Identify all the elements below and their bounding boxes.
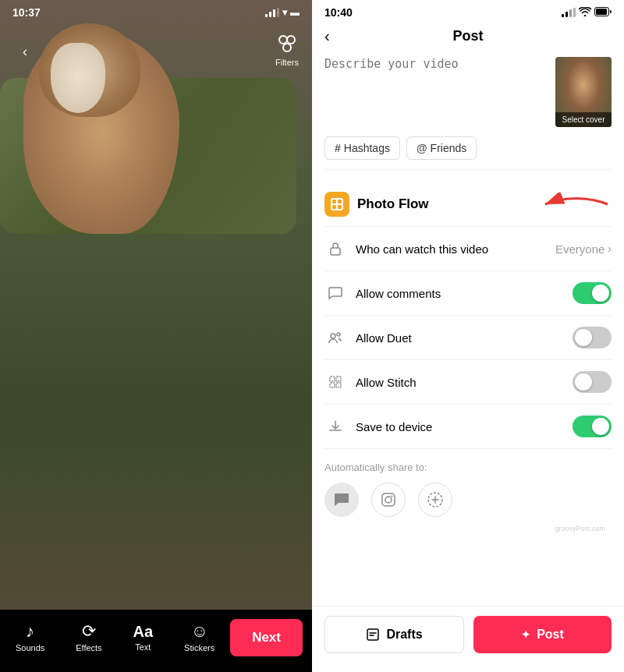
hashtag-prefix: # <box>335 142 341 154</box>
allow-comments-toggle[interactable] <box>573 282 612 304</box>
auto-share-section: Automatically share to: <box>324 449 612 523</box>
red-arrow <box>534 193 612 216</box>
svg-point-19 <box>385 497 392 503</box>
drafts-button[interactable]: Drafts <box>324 616 464 653</box>
dog-white-patch <box>51 43 105 113</box>
r-signal-bar-2 <box>566 12 568 17</box>
svg-rect-14 <box>330 377 335 381</box>
video-background: ‹ Filters <box>0 0 312 672</box>
r-signal-bar-1 <box>562 14 564 17</box>
signal-bar-3 <box>273 9 275 17</box>
allow-comments-label: Allow comments <box>356 287 573 300</box>
left-panel: 10:37 ▾ ▬ ‹ Filters <box>0 0 312 672</box>
post-title: Post <box>452 28 483 44</box>
svg-rect-16 <box>330 383 335 387</box>
who-can-watch-chevron: › <box>608 242 612 255</box>
svg-rect-4 <box>596 9 607 15</box>
signal-icon <box>265 8 279 17</box>
right-status-bar: 10:40 <box>312 0 624 22</box>
left-status-bar: 10:37 ▾ ▬ <box>0 0 312 22</box>
toggle-knob <box>575 373 592 391</box>
sounds-icon: ♪ <box>26 623 34 640</box>
post-button[interactable]: ✦ Post <box>473 616 612 653</box>
cover-label: Select cover <box>555 112 612 127</box>
toggle-knob <box>575 329 592 346</box>
right-signal-icon <box>562 8 576 17</box>
svg-rect-8 <box>332 205 336 209</box>
allow-duet-toggle[interactable] <box>573 327 612 348</box>
auto-share-title: Automatically share to: <box>324 462 612 473</box>
text-icon: Aa <box>133 624 154 639</box>
description-input[interactable] <box>324 57 546 127</box>
cover-thumbnail[interactable]: Select cover <box>555 57 612 127</box>
friends-prefix: @ <box>417 142 427 154</box>
post-sparkle-icon: ✦ <box>521 628 530 641</box>
friends-button[interactable]: @ Friends <box>406 136 477 160</box>
photo-flow-section[interactable]: Photo Flow <box>324 182 612 227</box>
allow-duet-row: Allow Duet <box>324 316 612 360</box>
save-to-device-row: Save to device <box>324 405 612 449</box>
wifi-icon: ▾ <box>282 7 287 18</box>
svg-point-0 <box>279 36 287 44</box>
back-button[interactable]: ‹ <box>12 39 37 64</box>
bottom-action-bar: Drafts ✦ Post <box>312 606 624 672</box>
effects-tool[interactable]: ⟳ Effects <box>76 623 101 653</box>
right-header: ‹ Post <box>312 22 624 51</box>
allow-duet-label: Allow Duet <box>356 331 573 345</box>
photo-flow-label: Photo Flow <box>357 196 429 212</box>
sms-share-button[interactable] <box>324 483 359 517</box>
description-area: Select cover <box>324 51 612 127</box>
hashtags-button[interactable]: # Hashtags <box>324 136 400 160</box>
right-panel: 10:40 <box>312 0 624 672</box>
drafts-label: Drafts <box>386 628 422 642</box>
effects-label: Effects <box>76 643 101 653</box>
photo-flow-icon <box>324 192 349 217</box>
comment-icon <box>324 282 346 304</box>
right-status-icons <box>562 6 612 19</box>
add-share-button[interactable] <box>418 483 452 517</box>
text-label: Text <box>135 642 151 652</box>
signal-bar-2 <box>269 12 271 17</box>
svg-rect-18 <box>382 493 395 506</box>
stickers-tool[interactable]: ☺ Stickers <box>184 623 214 653</box>
next-button[interactable]: Next <box>230 619 303 656</box>
svg-rect-9 <box>338 205 342 209</box>
lock-icon <box>324 238 346 260</box>
drafts-icon <box>366 628 380 642</box>
who-can-watch-value: Everyone <box>555 242 604 256</box>
filters-button[interactable]: Filters <box>275 31 300 67</box>
instagram-share-button[interactable] <box>371 483 406 517</box>
text-tool[interactable]: Aa Text <box>133 624 154 652</box>
left-status-icons: ▾ ▬ <box>265 7 300 18</box>
right-battery-icon <box>594 6 612 19</box>
stickers-icon: ☺ <box>190 623 207 640</box>
allow-stitch-toggle[interactable] <box>573 371 612 393</box>
who-can-watch-row[interactable]: Who can watch this video Everyone › <box>324 227 612 271</box>
effects-icon: ⟳ <box>82 623 96 640</box>
allow-comments-row: Allow comments <box>324 271 612 316</box>
friends-label: Friends <box>431 142 467 154</box>
signal-bar-1 <box>265 14 268 17</box>
duet-icon <box>324 327 346 348</box>
filters-label: Filters <box>275 58 299 67</box>
save-to-device-toggle[interactable] <box>573 416 612 437</box>
svg-rect-17 <box>336 383 341 387</box>
hashtags-label: Hashtags <box>344 142 390 154</box>
post-back-button[interactable]: ‹ <box>324 27 330 45</box>
allow-stitch-label: Allow Stitch <box>356 376 573 389</box>
right-time: 10:40 <box>324 6 353 19</box>
toggle-knob <box>592 285 609 302</box>
svg-point-12 <box>331 334 335 338</box>
sounds-tool[interactable]: ♪ Sounds <box>16 623 44 653</box>
watermark: groovyPost.com <box>324 523 612 534</box>
r-signal-bar-4 <box>573 8 576 17</box>
svg-point-20 <box>392 496 393 497</box>
left-bottom-toolbar: ♪ Sounds ⟳ Effects Aa Text ☺ Stickers Ne… <box>0 610 312 672</box>
bottom-tools: ♪ Sounds ⟳ Effects Aa Text ☺ Stickers <box>0 623 230 653</box>
share-icons-row <box>324 483 612 517</box>
sounds-label: Sounds <box>16 643 44 653</box>
left-time: 10:37 <box>12 6 41 19</box>
svg-rect-11 <box>331 248 340 255</box>
right-content: Select cover # Hashtags @ Friends <box>312 51 624 606</box>
svg-rect-15 <box>336 377 341 381</box>
